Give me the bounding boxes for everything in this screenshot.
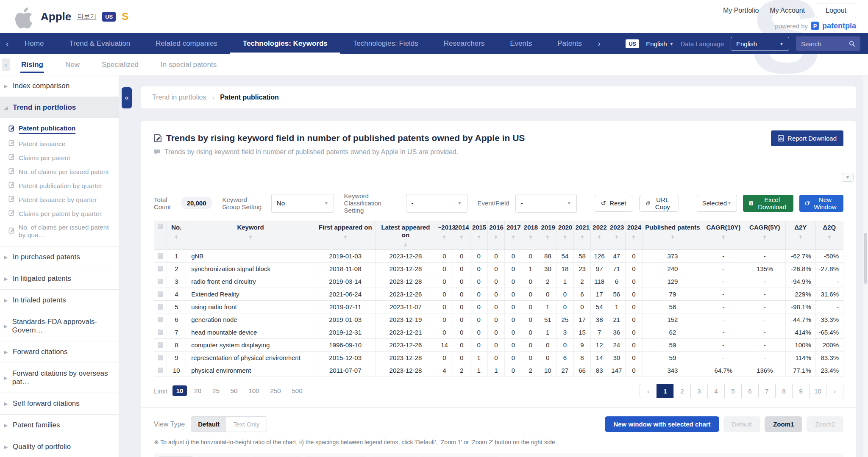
ui-language-dropdown[interactable]: English▼ xyxy=(646,40,673,47)
sidebar-item-self-forward-citations[interactable]: ▶Self forward citations xyxy=(0,393,119,414)
column-header-2014[interactable]: 2014 xyxy=(453,221,470,250)
nav-item-related-companies[interactable]: Related companies xyxy=(143,33,230,54)
pagination-prev-icon[interactable]: ‹ xyxy=(640,384,657,398)
column-header-2015[interactable]: 2015 xyxy=(470,221,487,250)
page-scrollbar[interactable] xyxy=(863,75,868,457)
nav-item-researchers[interactable]: Researchers xyxy=(431,33,497,54)
sort-icon[interactable] xyxy=(524,234,537,240)
limit-option-100[interactable]: 100 xyxy=(245,385,263,396)
column-header-2024[interactable]: 2024 xyxy=(625,221,643,250)
breadcrumb-parent[interactable]: Trend in portfolios xyxy=(152,94,206,101)
limit-option-50[interactable]: 50 xyxy=(227,385,242,396)
sort-icon[interactable] xyxy=(490,234,503,240)
url-copy-button[interactable]: URL Copy xyxy=(639,195,679,212)
pagination-page-6[interactable]: 6 xyxy=(741,384,759,398)
column-header--2013[interactable]: ~2013 xyxy=(436,221,453,250)
chart-size-zoom1-button[interactable]: Zoom1 xyxy=(765,416,802,432)
sidebar-item-forward-citations[interactable]: ▶Forward citations xyxy=(0,341,119,363)
pagination-page-2[interactable]: 2 xyxy=(673,384,691,398)
sort-icon[interactable] xyxy=(610,234,623,240)
nav-item-trend-evaluation[interactable]: Trend & Evaluation xyxy=(56,33,143,54)
sort-icon[interactable] xyxy=(705,234,743,240)
column-header-first-appeared-on[interactable]: First appeared on xyxy=(315,221,376,250)
row-checkbox[interactable] xyxy=(158,330,163,335)
selected-filter-select[interactable]: Selected▼ xyxy=(697,195,737,212)
limit-option-10[interactable]: 10 xyxy=(172,385,187,396)
sort-icon[interactable] xyxy=(627,234,641,240)
column-header--2y[interactable]: Δ2Y xyxy=(785,221,815,250)
pagination-page-8[interactable]: 8 xyxy=(775,384,793,398)
pagination-next-icon[interactable]: › xyxy=(826,384,843,398)
sidebar-item-patent-issuance[interactable]: Patent issuance xyxy=(6,137,119,151)
sort-icon[interactable] xyxy=(593,234,606,240)
event-field-select[interactable]: -▼ xyxy=(515,194,577,213)
sort-icon[interactable] xyxy=(541,234,554,240)
column-header-2017[interactable]: 2017 xyxy=(505,221,522,250)
chart-size-default-button[interactable]: Default xyxy=(723,416,761,432)
tabs-scroll-left-icon[interactable]: ‹ xyxy=(2,58,10,71)
sidebar-item-no-of-claims-per-issued-patent-by-qua-[interactable]: No. of claims per issued patent by qua… xyxy=(6,221,119,242)
sort-icon[interactable] xyxy=(506,234,520,240)
my-portfolio-link[interactable]: My Portfolio xyxy=(723,7,759,14)
sidebar-item-index-comparison[interactable]: ▶Index comparison xyxy=(0,75,119,97)
sort-icon[interactable] xyxy=(746,234,784,240)
pagination-page-5[interactable]: 5 xyxy=(724,384,742,398)
sort-icon[interactable] xyxy=(438,234,451,240)
sidebar-item-in-trialed-patents[interactable]: ▶In trialed patents xyxy=(0,290,119,311)
column-header-no-[interactable]: No. xyxy=(167,221,186,250)
sidebar-item-patent-publication-by-quarter[interactable]: Patent publication by quarter xyxy=(6,179,119,193)
row-checkbox[interactable] xyxy=(158,368,163,373)
logout-button[interactable]: Logout xyxy=(816,3,856,18)
column-header-2016[interactable]: 2016 xyxy=(487,221,505,250)
keyword-cell[interactable]: using radio front xyxy=(186,301,315,313)
sidebar-item-patent-families[interactable]: ▶Patent families xyxy=(0,415,119,436)
sidebar-item-no-of-claims-per-issued-patent[interactable]: No. of claims per issued patent xyxy=(6,165,119,179)
row-checkbox[interactable] xyxy=(158,317,163,322)
report-download-button[interactable]: Report Download xyxy=(771,130,843,146)
tab-rising[interactable]: Rising xyxy=(10,54,54,75)
my-account-link[interactable]: My Account xyxy=(770,7,805,14)
sort-icon[interactable] xyxy=(576,234,589,240)
more-link[interactable]: 더보기 xyxy=(77,13,96,21)
tab-in-special-patents[interactable]: In special patents xyxy=(150,54,228,75)
new-window-with-chart-button[interactable]: New window with selected chart xyxy=(605,416,719,432)
row-checkbox[interactable] xyxy=(158,342,163,348)
nav-item-home[interactable]: Home xyxy=(12,33,56,54)
limit-option-20[interactable]: 20 xyxy=(190,385,205,396)
keyword-group-select[interactable]: No▼ xyxy=(271,194,334,213)
sort-icon[interactable] xyxy=(787,234,814,240)
nav-item-events[interactable]: Events xyxy=(497,33,545,54)
keyword-cell[interactable]: physical environment xyxy=(186,364,315,377)
keyword-cell[interactable]: radio front end circuitry xyxy=(186,275,315,288)
sidebar-item-in-purchased-patents[interactable]: ▶In purchased patents xyxy=(0,247,119,268)
keyword-cell[interactable]: generation node xyxy=(186,313,315,326)
sort-icon[interactable] xyxy=(169,234,184,240)
sort-icon[interactable] xyxy=(188,234,313,240)
row-checkbox[interactable] xyxy=(158,304,163,310)
search-input[interactable]: Search xyxy=(796,36,860,51)
column-header-cagr-5y-[interactable]: CAGR(5Y) xyxy=(744,221,786,250)
sidebar-item-claims-per-patent[interactable]: Claims per patent xyxy=(6,151,119,165)
limit-option-25[interactable]: 25 xyxy=(209,385,223,396)
sidebar-item-in-litigated-patents[interactable]: ▶In litigated patents xyxy=(0,268,119,289)
tab-new[interactable]: New xyxy=(54,54,91,75)
column-header-latest-appeared-on[interactable]: Latest appeared on xyxy=(376,221,436,250)
tab-specialized[interactable]: Specialized xyxy=(91,54,150,75)
column-header-cagr-10y-[interactable]: CAGR(10Y) xyxy=(703,221,744,250)
scrollbar-thumb[interactable] xyxy=(864,233,867,284)
excel-download-button[interactable]: X Excel Download xyxy=(743,195,793,212)
sort-icon[interactable] xyxy=(558,234,572,240)
pagination-page-7[interactable]: 7 xyxy=(758,384,776,398)
sidebar-item-quality-of-portfolio[interactable]: ▶Quality of portfolio xyxy=(0,436,119,457)
column-header-2018[interactable]: 2018 xyxy=(522,221,539,250)
sort-icon[interactable] xyxy=(472,234,486,240)
row-checkbox[interactable] xyxy=(158,253,163,259)
sidebar-item-patent-issuance-by-quarter[interactable]: Patent issuance by quarter xyxy=(6,193,119,207)
sidebar-item-standards-fda-approvals-govern-[interactable]: ▶Standards-FDA approvals-Govern… xyxy=(0,311,119,341)
column-header-keyword[interactable]: Keyword xyxy=(186,221,315,250)
column-header-2020[interactable]: 2020 xyxy=(556,221,574,250)
keyword-classification-select[interactable]: -▼ xyxy=(406,194,467,213)
chart-size-zoom2-button[interactable]: Zoom2 xyxy=(807,416,843,432)
sort-icon[interactable] xyxy=(377,242,434,248)
column-header-2023[interactable]: 2023 xyxy=(608,221,626,250)
